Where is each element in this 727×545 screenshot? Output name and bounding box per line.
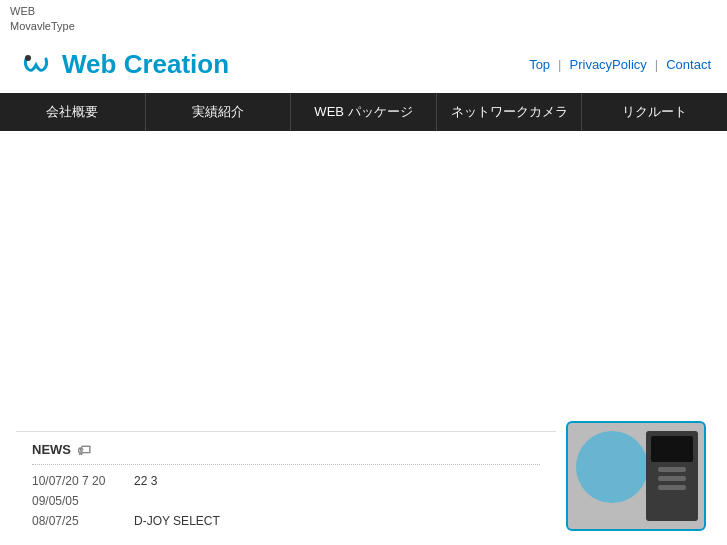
camera-preview-box	[566, 421, 706, 531]
nav-privacy-link[interactable]: PrivacyPolicy	[570, 57, 647, 72]
news-date-1: 10/07/20 7 20	[32, 474, 122, 488]
camera-btn-3	[658, 485, 686, 490]
logo-area: Web Creation	[16, 45, 229, 85]
news-header: NEWS 🏷	[32, 442, 540, 458]
top-bar: WEB MovavleType	[0, 0, 727, 37]
news-label: NEWS	[32, 442, 71, 457]
camera-screen	[651, 436, 693, 462]
logo-text-plain: Web	[62, 49, 124, 79]
navbar-item-recruit[interactable]: リクルート	[582, 93, 727, 131]
top-bar-line1: WEB	[10, 4, 717, 19]
nav-sep2: |	[655, 57, 658, 72]
navbar: 会社概要 実績紹介 WEB パッケージ ネットワークカメラ リクルート	[0, 93, 727, 131]
news-item: 10/07/20 7 20 22 3	[32, 471, 540, 491]
navbar-item-achievements[interactable]: 実績紹介	[146, 93, 292, 131]
logo-text: Web Creation	[62, 49, 229, 80]
header: Web Creation Top | PrivacyPolicy | Conta…	[0, 37, 727, 93]
logo-icon	[16, 45, 56, 85]
nav-top-link[interactable]: Top	[529, 57, 550, 72]
navbar-item-network-camera[interactable]: ネットワークカメラ	[437, 93, 583, 131]
camera-btn-2	[658, 476, 686, 481]
news-item: 09/05/05	[32, 491, 540, 511]
bottom-area: NEWS 🏷 10/07/20 7 20 22 3 09/05/05 08/07…	[0, 411, 727, 545]
svg-point-0	[25, 55, 31, 61]
image-col	[566, 421, 711, 531]
news-item: 08/07/25 D-JOY SELECT	[32, 511, 540, 531]
camera-device	[646, 431, 698, 521]
news-text-3: D-JOY SELECT	[134, 514, 220, 528]
news-section: NEWS 🏷 10/07/20 7 20 22 3 09/05/05 08/07…	[16, 431, 556, 541]
navbar-item-company[interactable]: 会社概要	[0, 93, 146, 131]
main-content	[0, 131, 727, 411]
news-text-1: 22 3	[134, 474, 157, 488]
nav-contact-link[interactable]: Contact	[666, 57, 711, 72]
news-divider	[32, 464, 540, 465]
news-date-2: 09/05/05	[32, 494, 122, 508]
news-icon: 🏷	[77, 442, 91, 458]
top-bar-line2: MovavleType	[10, 19, 717, 34]
header-nav: Top | PrivacyPolicy | Contact	[529, 57, 711, 72]
news-list: 10/07/20 7 20 22 3 09/05/05 08/07/25 D-J…	[32, 471, 540, 531]
camera-circle	[576, 431, 648, 503]
camera-btn-1	[658, 467, 686, 472]
news-col: NEWS 🏷 10/07/20 7 20 22 3 09/05/05 08/07…	[16, 421, 556, 541]
nav-sep1: |	[558, 57, 561, 72]
logo-text-colored: Creation	[124, 49, 229, 79]
navbar-item-web-package[interactable]: WEB パッケージ	[291, 93, 437, 131]
news-date-3: 08/07/25	[32, 514, 122, 528]
